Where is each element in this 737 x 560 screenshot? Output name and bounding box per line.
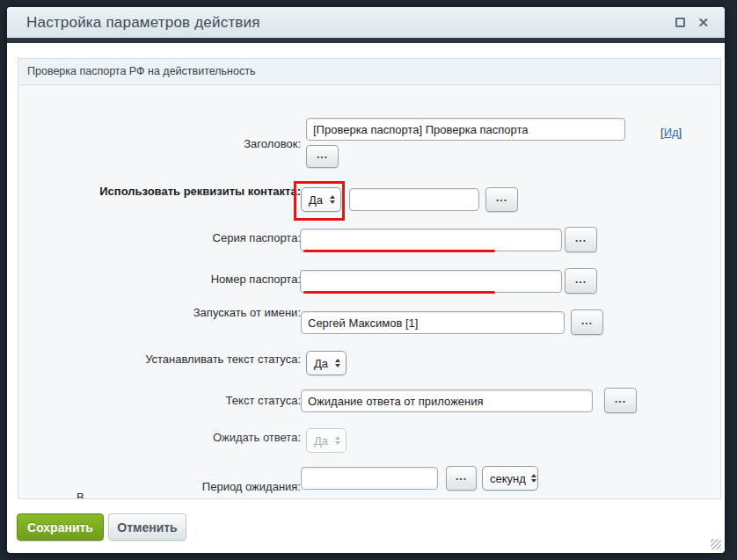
- wait-period-unit-select[interactable]: секунд: [482, 466, 538, 491]
- run-as-input[interactable]: [301, 311, 565, 334]
- window-controls: ✕: [675, 7, 709, 38]
- action-settings-dialog: Настройка параметров действия ✕ Проверка…: [7, 7, 725, 553]
- run-as-label: Запускать от имени:: [18, 306, 301, 320]
- wait-reply-select-disabled: Да: [306, 428, 347, 453]
- wait-period-unit-value: секунд: [490, 472, 526, 485]
- wait-period-label: Период ожидания:: [18, 480, 301, 494]
- clipped-next-row-label: В: [77, 491, 84, 499]
- id-link-bracket-close: ]: [679, 126, 682, 139]
- use-contact-more-button[interactable]: ...: [485, 187, 518, 212]
- status-text-more-button[interactable]: ...: [604, 388, 637, 413]
- section-header: Проверка паспорта РФ на действительность: [18, 58, 721, 85]
- set-status-text-select-value: Да: [314, 357, 328, 370]
- passport-number-input[interactable]: [300, 270, 562, 293]
- title-input[interactable]: [306, 118, 625, 141]
- id-link-wrap: [Ид]: [660, 126, 682, 139]
- select-arrows-icon: [330, 195, 335, 204]
- passport-series-input[interactable]: [300, 229, 562, 251]
- wait-period-input[interactable]: [301, 467, 438, 490]
- use-contact-label: Использовать реквизиты контакта:: [18, 185, 301, 199]
- maximize-icon[interactable]: [675, 18, 685, 27]
- run-as-more-button[interactable]: ...: [571, 309, 603, 335]
- select-arrows-icon: [335, 359, 340, 367]
- passport-number-label: Номер паспорта:: [18, 273, 301, 287]
- save-button[interactable]: Сохранить: [17, 513, 104, 541]
- set-status-text-label: Устанавливать текст статуса:: [18, 353, 301, 367]
- wait-reply-label: Ожидать ответа:: [18, 431, 301, 445]
- use-contact-select[interactable]: Да: [301, 187, 341, 212]
- passport-series-more-button[interactable]: ...: [565, 227, 597, 252]
- close-icon[interactable]: ✕: [697, 16, 709, 29]
- set-status-text-select[interactable]: Да: [306, 351, 347, 375]
- wait-reply-select-value: Да: [314, 434, 328, 447]
- form-panel: Заголовок: ... [Ид] Использовать реквизи…: [18, 85, 721, 499]
- use-contact-input[interactable]: [349, 188, 479, 211]
- cancel-button[interactable]: Отменить: [108, 513, 186, 541]
- status-text-label: Текст статуса:: [18, 394, 301, 408]
- dialog-title: Настройка параметров действия: [7, 14, 260, 32]
- use-contact-select-value: Да: [309, 193, 323, 207]
- title-more-button[interactable]: ...: [306, 145, 339, 168]
- wait-period-more-button[interactable]: ...: [446, 466, 477, 491]
- title-label: Заголовок:: [18, 137, 301, 151]
- dialog-titlebar: Настройка параметров действия ✕: [7, 7, 725, 43]
- select-arrows-icon: [531, 474, 536, 483]
- passport-number-more-button[interactable]: ...: [565, 268, 597, 294]
- resize-grip-icon[interactable]: [711, 539, 721, 549]
- id-link[interactable]: Ид: [664, 126, 679, 139]
- status-text-input[interactable]: [301, 389, 593, 412]
- passport-series-label: Серия паспорта:: [18, 231, 301, 245]
- select-arrows-icon: [335, 436, 340, 445]
